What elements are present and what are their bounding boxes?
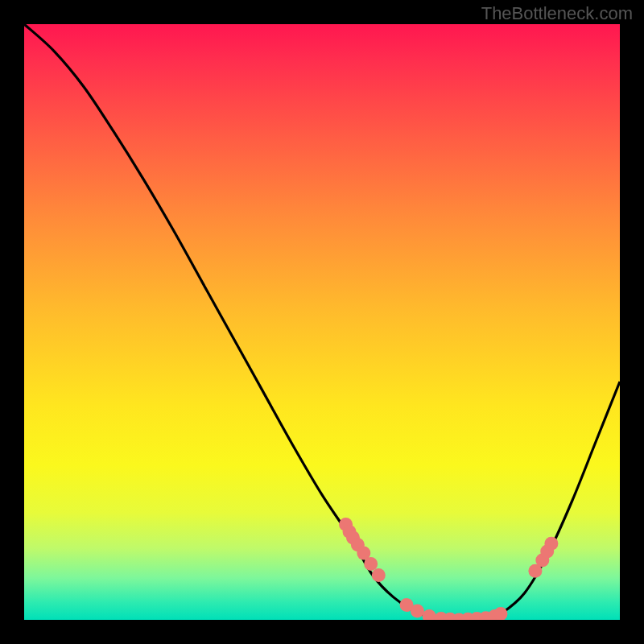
- attribution-text: TheBottleneck.com: [481, 3, 633, 24]
- data-point: [544, 537, 558, 551]
- data-point: [423, 609, 436, 620]
- bottleneck-curve-line: [24, 24, 620, 620]
- data-point: [372, 568, 386, 582]
- chart-overlay: [24, 24, 620, 620]
- chart-plot-area: [24, 24, 620, 620]
- data-point: [411, 604, 424, 617]
- data-point: [364, 557, 378, 571]
- highlighted-points-group: [339, 518, 558, 620]
